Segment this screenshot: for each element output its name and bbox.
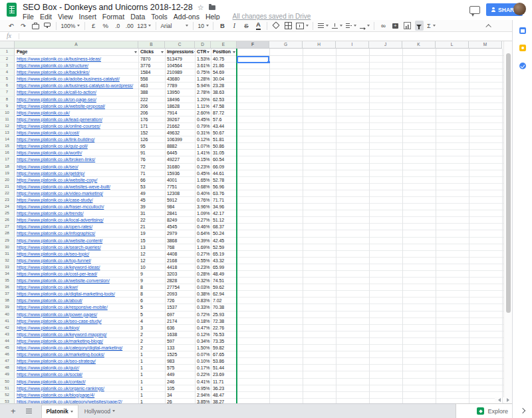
cell-page[interactable]: https://www.platonik.co.uk/marketing-blo… — [15, 338, 138, 344]
cell-clicks[interactable]: 15 — [138, 238, 165, 244]
cell-position[interactable]: 57.6 — [211, 116, 237, 122]
menu-view[interactable]: View — [58, 13, 73, 21]
comment-history-icon[interactable] — [469, 6, 480, 14]
cell-ctr[interactable]: 0.27% — [195, 251, 211, 257]
menu-edit[interactable]: Edit — [40, 13, 52, 21]
add-sheet-button[interactable]: + — [11, 405, 16, 417]
cell-position[interactable]: 67.65 — [211, 351, 237, 357]
redo-icon[interactable]: ↷ — [19, 21, 28, 31]
row-number[interactable]: 2 — [0, 56, 15, 62]
cell-position[interactable]: 50.24 — [211, 230, 237, 236]
cell-header-ctr[interactable]: CTR — [195, 49, 211, 55]
cell-impressions[interactable]: 2168 — [165, 258, 195, 264]
table-row[interactable]: 5 https://www.platonik.co.uk/adobe-busin… — [0, 76, 503, 83]
column-header-j[interactable]: J — [369, 41, 402, 49]
cell-position[interactable]: 52.59 — [211, 244, 237, 250]
table-row[interactable]: 51 https://www.platonik.co.uk/organic-ra… — [0, 385, 503, 392]
row-number[interactable]: 3 — [0, 63, 15, 69]
cell-ctr[interactable]: 0.27% — [195, 217, 211, 223]
table-row[interactable]: 39 https://www.platonik.co.uk/responsive… — [0, 304, 503, 311]
cell-ctr[interactable]: 0.31% — [195, 130, 211, 136]
row-number[interactable]: 11 — [0, 116, 15, 122]
table-row[interactable]: 47 https://www.platonik.co.uk/seo-strate… — [0, 358, 503, 365]
cell-page[interactable]: https://www.platonik.co.uk/digital-marke… — [15, 291, 138, 297]
cell-ctr[interactable]: 0.22% — [195, 371, 211, 377]
table-row[interactable]: 38 https://www.platonik.co.uk/about/ 6 7… — [0, 298, 503, 304]
row-number[interactable]: 52 — [0, 392, 15, 398]
cell-position[interactable]: 47.58 — [211, 103, 237, 109]
vertical-align-button[interactable] — [332, 21, 342, 31]
cell-ctr[interactable]: 2.78% — [195, 89, 211, 95]
cell-impressions[interactable]: 4545 — [165, 224, 195, 230]
cell-impressions[interactable]: 8249 — [165, 217, 195, 223]
cell-header-impressions[interactable]: Impressions — [165, 49, 195, 55]
cell-ctr[interactable]: 1.65% — [195, 177, 211, 183]
cell-clicks[interactable]: 7870 — [138, 56, 165, 62]
cell-position[interactable]: 74.51 — [211, 278, 237, 284]
formula-bar[interactable]: fx — [0, 32, 513, 41]
row-number[interactable]: 15 — [0, 143, 15, 149]
cell-clicks[interactable]: 1 — [138, 399, 165, 403]
cell-position[interactable]: 23.28 — [211, 83, 237, 89]
insert-chart-button[interactable] — [403, 21, 412, 31]
cell-position[interactable]: 48.47 — [211, 392, 237, 398]
cell-impressions[interactable]: 18496 — [165, 97, 195, 103]
table-row[interactable]: 32 https://www.platonik.co.uk/top-funnel… — [0, 258, 503, 264]
cell-position[interactable]: 59.62 — [211, 284, 237, 290]
cell-position[interactable]: 36.23 — [211, 385, 237, 391]
fill-color-button[interactable] — [272, 21, 281, 31]
explore-icon[interactable] — [477, 407, 484, 415]
format-percent-button[interactable]: % — [101, 21, 110, 31]
cell-position[interactable]: 68.37 — [211, 224, 237, 230]
cell-page[interactable]: https://www.platonik.co.uk/blog/page/4/ — [15, 392, 138, 398]
cell-clicks[interactable]: 126 — [138, 136, 165, 142]
cell-page[interactable]: https://www.platonik.co.uk/marketing-boo… — [15, 351, 138, 357]
row-number[interactable]: 12 — [0, 123, 15, 129]
cell-position[interactable]: 50.67 — [211, 130, 237, 136]
cell-impressions[interactable]: 726 — [165, 298, 195, 304]
cell-ctr[interactable]: 1.69% — [195, 244, 211, 250]
cell-position[interactable]: 43.44 — [211, 123, 237, 129]
cell-clicks[interactable]: 72 — [138, 164, 165, 170]
cell-page[interactable]: https://www.platonik.co.uk/backlinks/ — [15, 69, 138, 75]
cell-position[interactable]: 70.38 — [211, 304, 237, 310]
cell-position[interactable]: 56.96 — [211, 184, 237, 190]
cell-position[interactable]: 53.86 — [211, 358, 237, 364]
cell-impressions[interactable]: 6445 — [165, 150, 195, 156]
cell-position[interactable]: 51.81 — [211, 136, 237, 142]
column-header-h[interactable]: H — [303, 41, 336, 49]
cell-page[interactable]: https://www.platonik.co.uk/getdrip/ — [15, 170, 138, 176]
cell-page[interactable]: https://www.platonik.co.uk/open-rates/ — [15, 224, 138, 230]
collapse-toolbar-button[interactable] — [487, 20, 491, 32]
table-row[interactable]: 8 https://www.platonik.co.uk/on-page-seo… — [0, 97, 503, 103]
cell-page[interactable]: https://www.platonik.co.uk/social/ — [15, 371, 138, 377]
font-size-select[interactable]: 10 — [198, 21, 208, 31]
cell-impressions[interactable]: 984 — [165, 204, 195, 210]
cell-position[interactable]: 62.53 — [211, 97, 237, 103]
strikethrough-button[interactable]: S — [242, 21, 251, 31]
borders-button[interactable] — [284, 21, 293, 31]
cell-page[interactable]: https://www.platonik.co.uk/case-study/ — [15, 197, 138, 203]
select-all-corner[interactable] — [0, 41, 15, 49]
cell-ctr[interactable]: 0.33% — [195, 304, 211, 310]
cell-ctr[interactable]: 0.40% — [195, 190, 211, 196]
row-number[interactable]: 16 — [0, 150, 15, 156]
menu-tools[interactable]: Tools — [151, 13, 168, 21]
column-header-c[interactable]: C — [165, 41, 195, 49]
tasks-icon[interactable] — [519, 63, 526, 69]
row-number[interactable]: 5 — [0, 76, 15, 82]
cell-page[interactable]: https://www.platonik.co.uk/online-course… — [15, 123, 138, 129]
cell-clicks[interactable]: 3 — [138, 325, 165, 331]
cell-clicks[interactable]: 222 — [138, 97, 165, 103]
table-row[interactable]: 45 https://www.platonik.co.uk/category/d… — [0, 345, 503, 351]
cell-ctr[interactable]: 0.64% — [195, 230, 211, 236]
document-title[interactable]: SEO Box - Donkeys and Unicorns 2018-12-2… — [23, 3, 193, 12]
cell-position[interactable]: 72.38 — [211, 318, 237, 324]
column-header-b[interactable]: B — [138, 41, 165, 49]
table-row[interactable]: 37 https://www.platonik.co.uk/digital-ma… — [0, 291, 503, 298]
cell-page[interactable]: https://www.platonik.co.uk/search-querie… — [15, 244, 138, 250]
column-header-g[interactable]: G — [269, 41, 303, 49]
row-number[interactable]: 35 — [0, 278, 15, 284]
cell-clicks[interactable]: 8 — [138, 284, 165, 290]
cell-page[interactable]: https://www.platonik.co.uk/business-cata… — [15, 83, 138, 89]
